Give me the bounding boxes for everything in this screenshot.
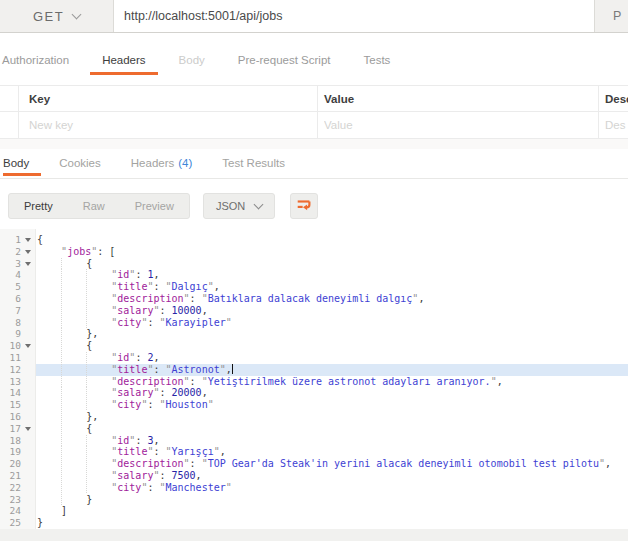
new-key-input[interactable] — [29, 119, 317, 131]
line-number: 10 — [0, 340, 21, 352]
code-text: }, — [36, 411, 628, 423]
code-text: { — [36, 340, 628, 352]
code-line[interactable]: 13 "description": "Yetiştirilmek üzere a… — [0, 376, 628, 388]
code-line[interactable]: 7 "salary": 10000, — [0, 305, 628, 317]
code-text: "salary": 7500, — [36, 470, 628, 482]
view-mode-raw[interactable]: Raw — [68, 194, 120, 218]
url-field-wrap — [113, 0, 595, 32]
language-label: JSON — [216, 200, 245, 212]
code-line[interactable]: 10 { — [0, 340, 628, 352]
code-text: { — [36, 423, 628, 435]
code-text: "id": 3, — [36, 435, 628, 447]
chevron-down-icon — [72, 9, 82, 19]
new-value-input[interactable] — [324, 119, 598, 131]
fold-spacer — [21, 305, 36, 317]
response-tab-body[interactable]: Body — [3, 156, 41, 176]
fold-arrow-icon[interactable] — [21, 258, 36, 270]
code-line[interactable]: 15 "city": "Houston" — [0, 399, 628, 411]
code-line[interactable]: 12 "title": "Astronot", — [0, 364, 628, 376]
code-line[interactable]: 20 "description": "TOP Gear'da Steak'in … — [0, 458, 628, 470]
line-number: 20 — [0, 458, 21, 470]
headers-key-value-editor: Key Value Desc — [0, 85, 628, 139]
request-tab-headers[interactable]: Headers — [90, 52, 157, 75]
code-line[interactable]: 23 } — [0, 494, 628, 506]
fold-spacer — [21, 281, 36, 293]
code-text: "city": "Manchester" — [36, 482, 628, 494]
line-number: 2 — [0, 246, 21, 258]
code-line[interactable]: 8 "city": "Karayipler" — [0, 317, 628, 329]
code-line[interactable]: 14 "salary": 20000, — [0, 387, 628, 399]
fold-spacer — [21, 352, 36, 364]
line-number: 3 — [0, 258, 21, 270]
request-tab-authorization[interactable]: Authorization — [2, 52, 81, 75]
code-line[interactable]: 21 "salary": 7500, — [0, 470, 628, 482]
line-number: 12 — [0, 364, 21, 376]
wrap-lines-button[interactable] — [290, 193, 318, 219]
code-line[interactable]: 11 "id": 2, — [0, 352, 628, 364]
request-tab-body[interactable]: Body — [167, 52, 217, 75]
new-description-input[interactable] — [605, 119, 628, 131]
fold-arrow-icon[interactable] — [21, 234, 36, 246]
code-text: "jobs": [ — [36, 246, 628, 258]
response-tabs: BodyCookiesHeaders(4)Test Results — [0, 149, 628, 179]
code-text: "id": 1, — [36, 269, 628, 281]
code-text: "id": 2, — [36, 352, 628, 364]
code-line[interactable]: 1{ — [0, 234, 628, 246]
response-tab-cookies[interactable]: Cookies — [47, 156, 113, 176]
code-line[interactable]: 2 "jobs": [ — [0, 246, 628, 258]
response-body-editor[interactable]: 1{2 "jobs": [3 {4 "id": 1,5 "title": "Da… — [0, 229, 628, 529]
request-tab-pre-request-script[interactable]: Pre-request Script — [226, 52, 343, 75]
line-number: 22 — [0, 482, 21, 494]
view-mode-preview[interactable]: Preview — [120, 194, 189, 218]
view-mode-pretty[interactable]: Pretty — [9, 194, 68, 218]
section-divider — [0, 139, 628, 149]
params-button[interactable]: P — [595, 0, 628, 32]
code-line[interactable]: 24 ] — [0, 505, 628, 517]
code-line[interactable]: 22 "city": "Manchester" — [0, 482, 628, 494]
code-text: ] — [36, 505, 628, 517]
code-text: "city": "Houston" — [36, 399, 628, 411]
fold-spacer — [21, 387, 36, 399]
fold-spacer — [21, 364, 36, 376]
fold-spacer — [21, 494, 36, 506]
code-line[interactable]: 16 }, — [0, 411, 628, 423]
method-dropdown[interactable]: GET — [0, 0, 113, 32]
url-input[interactable] — [114, 0, 594, 32]
code-text: "title": "Astronot", — [36, 364, 628, 376]
language-dropdown[interactable]: JSON — [203, 193, 275, 219]
fold-spacer — [21, 328, 36, 340]
request-tab-tests[interactable]: Tests — [352, 52, 403, 75]
code-line[interactable]: 19 "title": "Yarışçı", — [0, 446, 628, 458]
line-number: 6 — [0, 293, 21, 305]
fold-arrow-icon[interactable] — [21, 246, 36, 258]
key-column-header: Key — [19, 86, 317, 111]
code-text: "title": "Yarışçı", — [36, 446, 628, 458]
code-line[interactable]: 17 { — [0, 423, 628, 435]
code-line[interactable]: 5 "title": "Dalgıç", — [0, 281, 628, 293]
code-line[interactable]: 3 { — [0, 258, 628, 270]
line-number: 25 — [0, 517, 21, 529]
code-line[interactable]: 9 }, — [0, 328, 628, 340]
line-number: 4 — [0, 269, 21, 281]
response-tab-test-results[interactable]: Test Results — [210, 156, 297, 176]
response-toolbar: PrettyRawPreview JSON — [0, 179, 628, 229]
fold-spacer — [21, 293, 36, 305]
description-column-header: Desc — [598, 86, 628, 111]
view-mode-group: PrettyRawPreview — [8, 193, 190, 219]
line-number: 16 — [0, 411, 21, 423]
line-number: 13 — [0, 376, 21, 388]
code-line[interactable]: 18 "id": 3, — [0, 435, 628, 447]
fold-arrow-icon[interactable] — [21, 340, 36, 352]
code-line[interactable]: 25} — [0, 517, 628, 529]
code-line[interactable]: 6 "description": "Batıklara dalacak dene… — [0, 293, 628, 305]
code-line[interactable]: 4 "id": 1, — [0, 269, 628, 281]
code-text: "title": "Dalgıç", — [36, 281, 628, 293]
code-text: { — [36, 258, 628, 270]
line-number: 21 — [0, 470, 21, 482]
chevron-down-icon — [254, 200, 264, 210]
line-number: 11 — [0, 352, 21, 364]
response-tab-headers[interactable]: Headers(4) — [119, 156, 205, 176]
line-number: 23 — [0, 494, 21, 506]
fold-arrow-icon[interactable] — [21, 423, 36, 435]
text-cursor — [232, 364, 233, 374]
